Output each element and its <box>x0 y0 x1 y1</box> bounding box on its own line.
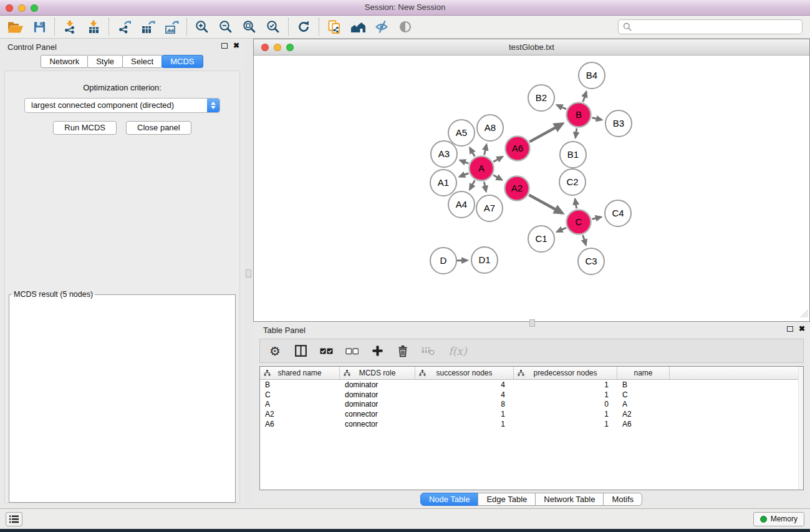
export-image-button[interactable] <box>160 17 183 37</box>
graph-node-A2[interactable]: A2 <box>505 177 529 201</box>
graph-edge-C-C1[interactable] <box>557 228 566 232</box>
table-row[interactable]: A2connector11A2 <box>260 409 803 419</box>
graph-node-A7[interactable]: A7 <box>476 195 503 221</box>
run-mcds-button[interactable]: Run MCDS <box>53 121 117 135</box>
table-row[interactable]: Adominator80A <box>260 400 803 410</box>
search-box[interactable] <box>618 19 803 34</box>
save-session-button[interactable] <box>27 17 51 37</box>
close-window-button[interactable] <box>6 4 13 12</box>
graph-edge-A-A5[interactable] <box>470 148 475 157</box>
network-graph[interactable]: B4B2BB3A8A5A6A3B1AC2A1A2A4A7C4CC1D1DC3 <box>254 56 809 321</box>
zoom-window-button[interactable] <box>31 4 38 12</box>
delete-column-button[interactable] <box>396 344 410 359</box>
graph-edge-A-A4[interactable] <box>470 180 475 190</box>
table-options-button[interactable]: ⚙ <box>268 344 282 359</box>
graph-edge-C-C2[interactable] <box>575 199 576 208</box>
graph-edge-A-A8[interactable] <box>485 145 487 155</box>
clone-network-button[interactable] <box>322 17 346 37</box>
close-panel-icon[interactable]: ✖ <box>233 42 239 49</box>
zoom-network-button[interactable] <box>286 44 294 51</box>
add-column-button[interactable] <box>370 344 384 359</box>
graph-node-A8[interactable]: A8 <box>477 115 503 141</box>
graph-edge-A-A1[interactable] <box>460 173 469 177</box>
tab-network[interactable]: Network <box>41 55 88 68</box>
tab-select[interactable]: Select <box>122 55 162 68</box>
tab-edge-table[interactable]: Edge Table <box>478 493 536 506</box>
search-input[interactable] <box>635 22 798 31</box>
graph-edge-B-B3[interactable] <box>592 118 602 120</box>
graph-edge-A2-C[interactable] <box>529 195 562 213</box>
zoom-in-button[interactable] <box>190 17 214 37</box>
network-canvas[interactable]: B4B2BB3A8A5A6A3B1AC2A1A2A4A7C4CC1D1DC3 <box>254 56 809 321</box>
graph-node-A4[interactable]: A4 <box>448 191 475 218</box>
import-table-button[interactable] <box>82 17 105 37</box>
graph-node-A5[interactable]: A5 <box>448 120 475 146</box>
graph-node-C4[interactable]: C4 <box>605 200 631 226</box>
float-panel-icon[interactable] <box>221 43 228 49</box>
panel-divider[interactable] <box>244 39 253 508</box>
column-header-shared-name[interactable]: shared name <box>260 367 340 379</box>
export-table-button[interactable] <box>136 17 160 37</box>
graph-edge-A-A7[interactable] <box>484 182 486 191</box>
graph-node-D[interactable]: D <box>430 248 456 274</box>
graph-edge-B-B4[interactable] <box>583 92 586 102</box>
graph-node-B3[interactable]: B3 <box>605 110 632 137</box>
delete-table-button[interactable] <box>422 344 435 359</box>
close-table-panel-icon[interactable]: ✖ <box>799 326 805 332</box>
graph-node-A3[interactable]: A3 <box>431 141 457 167</box>
graph-edge-A-A2[interactable] <box>493 175 502 180</box>
table-row[interactable]: Bdominator41B <box>260 380 803 390</box>
criterion-select[interactable]: largest connected component (directed) <box>24 98 220 113</box>
zoom-selected-button[interactable] <box>261 17 285 37</box>
graph-edge-A-A3[interactable] <box>460 160 469 163</box>
hide-graphics-details-button[interactable] <box>370 17 393 37</box>
tab-node-table[interactable]: Node Table <box>420 493 479 506</box>
deselect-all-rows-button[interactable] <box>345 344 359 359</box>
column-header-name[interactable]: name <box>617 367 670 379</box>
graph-node-A1[interactable]: A1 <box>430 170 456 196</box>
column-header-predecessor-nodes[interactable]: predecessor nodes <box>514 367 617 379</box>
graph-node-B4[interactable]: B4 <box>579 62 605 89</box>
tab-style[interactable]: Style <box>87 55 123 68</box>
float-table-panel-icon[interactable] <box>787 326 793 332</box>
graph-node-C1[interactable]: C1 <box>528 226 554 252</box>
graph-node-B2[interactable]: B2 <box>528 85 554 111</box>
graph-node-C2[interactable]: C2 <box>559 169 586 195</box>
task-history-button[interactable] <box>6 512 22 526</box>
zoom-fit-button[interactable] <box>238 17 261 37</box>
tab-network-table[interactable]: Network Table <box>535 493 604 506</box>
graph-edge-A-A6[interactable] <box>493 157 503 162</box>
open-session-button[interactable] <box>4 17 27 37</box>
graph-node-B1[interactable]: B1 <box>560 142 586 168</box>
table-row[interactable]: A6connector11A6 <box>260 419 803 429</box>
graph-node-C3[interactable]: C3 <box>578 248 604 274</box>
divider-handle[interactable] <box>246 269 251 278</box>
show-columns-button[interactable] <box>294 344 307 359</box>
graph-node-C[interactable]: C <box>567 210 591 235</box>
column-header-successor-nodes[interactable]: successor nodes <box>415 367 514 379</box>
resize-grip-icon[interactable] <box>801 309 809 321</box>
select-all-rows-button[interactable] <box>319 344 333 359</box>
minimize-network-button[interactable] <box>274 44 281 51</box>
graph-edge-A6-B[interactable] <box>529 123 562 142</box>
table-scrollbar[interactable] <box>798 367 803 490</box>
home-layout-button[interactable] <box>346 17 370 37</box>
refresh-view-button[interactable] <box>292 17 316 37</box>
show-graphics-details-button[interactable] <box>393 17 417 37</box>
network-window-titlebar[interactable]: testGlobe.txt <box>254 39 809 56</box>
graph-node-B[interactable]: B <box>567 103 591 127</box>
graph-edge-B-B1[interactable] <box>576 128 577 138</box>
import-network-button[interactable] <box>58 17 82 37</box>
function-builder-button[interactable]: f(x) <box>447 344 468 359</box>
graph-edge-B-B2[interactable] <box>557 105 566 109</box>
memory-button[interactable]: Memory <box>753 512 804 526</box>
zoom-out-button[interactable] <box>214 17 238 37</box>
graph-edge-C-C3[interactable] <box>583 235 586 245</box>
table-row[interactable]: Cdominator41C <box>260 390 803 400</box>
tab-motifs[interactable]: Motifs <box>603 493 642 506</box>
export-network-button[interactable] <box>112 17 136 37</box>
graph-node-A[interactable]: A <box>470 157 494 181</box>
close-network-button[interactable] <box>261 44 269 51</box>
graph-node-D1[interactable]: D1 <box>471 247 498 273</box>
close-panel-button[interactable]: Close panel <box>126 121 191 135</box>
